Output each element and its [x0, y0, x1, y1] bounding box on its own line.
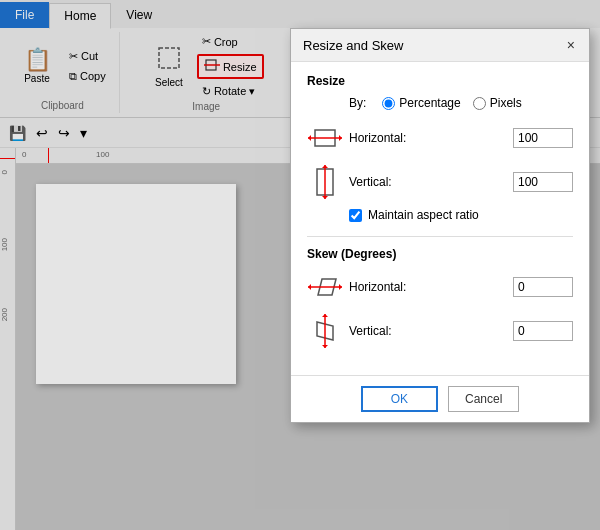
- svg-marker-10: [322, 196, 328, 199]
- svg-marker-5: [308, 135, 311, 141]
- skew-vertical-row: Vertical:: [307, 313, 573, 349]
- skew-section: Skew (Degrees) Horizontal:: [307, 247, 573, 349]
- dialog-title: Resize and Skew: [303, 38, 403, 53]
- skew-vertical-icon: [307, 313, 343, 349]
- skew-horizontal-icon: [307, 269, 343, 305]
- by-label: By:: [349, 96, 366, 110]
- vertical-resize-row: Vertical:: [307, 164, 573, 200]
- dialog-close-button[interactable]: ×: [565, 37, 577, 53]
- skew-vertical-label: Vertical:: [349, 324, 507, 338]
- dialog-footer: OK Cancel: [291, 375, 589, 422]
- resize-by-group: By: Percentage Pixels: [349, 96, 573, 110]
- pixels-label: Pixels: [490, 96, 522, 110]
- svg-marker-13: [308, 284, 311, 290]
- resize-section-title: Resize: [307, 74, 573, 88]
- pixels-radio[interactable]: [473, 97, 486, 110]
- percentage-label: Percentage: [399, 96, 460, 110]
- dialog-overlay: Resize and Skew × Resize By: Percentage …: [0, 0, 600, 530]
- vertical-resize-icon: [307, 164, 343, 200]
- dialog-body: Resize By: Percentage Pixels: [291, 62, 589, 375]
- svg-marker-6: [339, 135, 342, 141]
- ok-button[interactable]: OK: [361, 386, 438, 412]
- horizontal-resize-label: Horizontal:: [349, 131, 507, 145]
- horizontal-resize-icon: [307, 120, 343, 156]
- skew-section-title: Skew (Degrees): [307, 247, 573, 261]
- maintain-aspect-row: Maintain aspect ratio: [349, 208, 573, 222]
- svg-marker-9: [322, 165, 328, 168]
- resize-section: Resize By: Percentage Pixels: [307, 74, 573, 222]
- maintain-aspect-checkbox[interactable]: [349, 209, 362, 222]
- resize-skew-dialog: Resize and Skew × Resize By: Percentage …: [290, 28, 590, 423]
- vertical-resize-input[interactable]: [513, 172, 573, 192]
- percentage-radio-label[interactable]: Percentage: [382, 96, 460, 110]
- svg-marker-18: [322, 345, 328, 348]
- skew-horizontal-input[interactable]: [513, 277, 573, 297]
- dialog-titlebar: Resize and Skew ×: [291, 29, 589, 62]
- horizontal-resize-input[interactable]: [513, 128, 573, 148]
- cancel-button[interactable]: Cancel: [448, 386, 519, 412]
- svg-marker-14: [339, 284, 342, 290]
- vertical-resize-label: Vertical:: [349, 175, 507, 189]
- svg-marker-17: [322, 314, 328, 317]
- maintain-aspect-label: Maintain aspect ratio: [368, 208, 479, 222]
- skew-vertical-input[interactable]: [513, 321, 573, 341]
- horizontal-resize-row: Horizontal:: [307, 120, 573, 156]
- pixels-radio-label[interactable]: Pixels: [473, 96, 522, 110]
- dialog-divider: [307, 236, 573, 237]
- skew-horizontal-label: Horizontal:: [349, 280, 507, 294]
- skew-horizontal-row: Horizontal:: [307, 269, 573, 305]
- percentage-radio[interactable]: [382, 97, 395, 110]
